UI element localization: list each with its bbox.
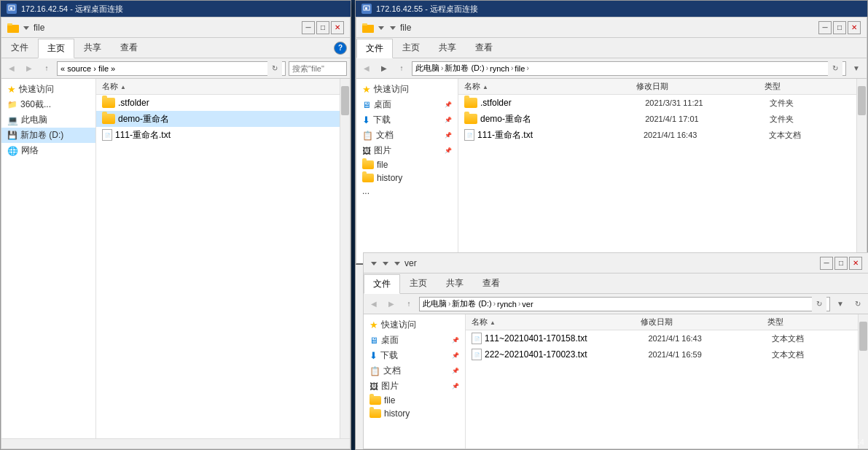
forward-button-file[interactable]: ▶: [377, 61, 391, 76]
title-controls-file[interactable]: ─ □ ✕: [818, 21, 861, 34]
back-button-1[interactable]: ◀: [4, 61, 19, 76]
sidebar-label-pc-1: 此电脑: [21, 114, 47, 126]
pin-icon-ver-3: [393, 259, 402, 268]
ribbon-tab-file-ver[interactable]: 文件: [364, 274, 400, 294]
back-button-ver[interactable]: ◀: [367, 297, 381, 311]
maximize-button-1[interactable]: □: [316, 21, 329, 34]
sidebar-item-quick-ver[interactable]: ★ 快速访问: [364, 317, 465, 333]
sidebar-item-drive-1[interactable]: 💾 新加卷 (D:): [1, 128, 95, 143]
search-input-1[interactable]: [289, 61, 347, 76]
sidebar-item-pic-file[interactable]: 🖼 图片 📌: [356, 143, 458, 158]
back-button-file[interactable]: ◀: [359, 61, 374, 76]
file-item-111-ver[interactable]: 📄 111~20210401-170158.txt 2021/4/1 16:43…: [466, 330, 858, 346]
scrollbar-1[interactable]: [340, 79, 350, 438]
sidebar-item-desktop-file[interactable]: 🖥 桌面 📌: [356, 97, 458, 112]
file-item-stfolder-1[interactable]: .stfolder: [96, 95, 340, 111]
expand-button-ver[interactable]: ▼: [833, 297, 848, 311]
minimize-button-1[interactable]: ─: [302, 21, 315, 34]
maximize-button-file[interactable]: □: [833, 21, 846, 34]
pin-icon-ver-1: [370, 259, 378, 268]
title-controls-1[interactable]: ─ □ ✕: [302, 21, 344, 34]
ribbon-tab-view-1[interactable]: 查看: [111, 38, 147, 58]
sidebar-item-pc-1[interactable]: 💻 此电脑: [1, 112, 95, 128]
sidebar-item-history-file[interactable]: history: [356, 171, 458, 185]
sidebar-item-download-ver[interactable]: ⬇ 下载 📌: [364, 348, 465, 363]
up-button-file[interactable]: ↑: [394, 61, 409, 76]
file-item-222-ver[interactable]: 📄 222~20210401-170023.txt 2021/4/1 16:59…: [466, 346, 858, 362]
file-item-demo-1[interactable]: demo-重命名: [96, 111, 340, 127]
maximize-button-ver[interactable]: □: [834, 257, 848, 270]
ribbon-tab-file-file[interactable]: 文件: [356, 39, 393, 58]
sidebar-item-history-ver[interactable]: history: [364, 407, 465, 420]
path-text-1: « source › file »: [60, 64, 115, 73]
col-header-date-file[interactable]: 修改日期: [636, 81, 765, 92]
sidebar-item-more-file[interactable]: ...: [356, 185, 458, 198]
svg-marker-21: [394, 262, 400, 265]
pic-icon-file: 🖼: [362, 146, 371, 156]
ribbon-tab-home-ver[interactable]: 主页: [400, 274, 437, 293]
address-path-file[interactable]: 此电脑 › 新加卷 (D:) › rynch › file › ↻: [412, 61, 846, 76]
sidebar-item-doc-ver[interactable]: 📋 文档 📌: [364, 363, 465, 379]
minimize-button-file[interactable]: ─: [818, 21, 832, 34]
sidebar-item-desktop-ver[interactable]: 🖥 桌面 📌: [364, 333, 465, 348]
col-header-name-ver[interactable]: 名称 ▲: [472, 317, 641, 327]
refresh-button-ver[interactable]: ↻: [812, 297, 826, 311]
file-name-stfolder-file: .stfolder: [480, 98, 642, 108]
file-item-111-file[interactable]: 📄 111-重命名.txt 2021/4/1 16:43 文本文档: [458, 127, 856, 143]
sidebar-item-network-1[interactable]: 🌐 网络: [1, 143, 95, 158]
sidebar-item-download-file[interactable]: ⬇ 下载 📌: [356, 112, 458, 128]
address-path-ver[interactable]: 此电脑 › 新加卷 (D:) › rynch › ver ↻: [419, 297, 830, 311]
explorer-titlebar-1: file ─ □ ✕: [1, 18, 350, 38]
file-type-111-ver: 文本文档: [772, 333, 852, 344]
hscrollbar-1[interactable]: [1, 438, 350, 449]
ribbon-tab-view-file[interactable]: 查看: [466, 38, 502, 58]
close-button-ver[interactable]: ✕: [849, 257, 862, 270]
file-item-demo-file[interactable]: demo-重命名 2021/4/1 17:01 文件夹: [458, 111, 856, 127]
sidebar-item-folder-file[interactable]: file: [356, 158, 458, 171]
expand2-button-ver[interactable]: ↻: [851, 297, 865, 311]
minimize-button-ver[interactable]: ─: [820, 257, 833, 270]
explorer-title-text-1: file: [34, 23, 44, 33]
expand-button-file[interactable]: ▼: [849, 61, 864, 76]
ribbon-tab-share-1[interactable]: 共享: [74, 38, 111, 58]
sidebar-item-doc-file[interactable]: 📋 文档 📌: [356, 128, 458, 143]
sidebar-item-pic-ver[interactable]: 🖼 图片 📌: [364, 379, 465, 394]
up-button-ver[interactable]: ↑: [402, 297, 416, 311]
file-item-stfolder-file[interactable]: .stfolder 2021/3/31 11:21 文件夹: [458, 95, 856, 111]
ribbon-tab-view-ver[interactable]: 查看: [473, 274, 509, 293]
file-name-222-ver: 222~20210401-170023.txt: [485, 349, 645, 360]
ribbon-tab-home-file[interactable]: 主页: [393, 38, 429, 58]
scrollbar-ver[interactable]: [858, 314, 868, 449]
pin-icon-pic-file: 📌: [445, 147, 452, 154]
file-item-111-1[interactable]: 📄 111-重命名.txt: [96, 127, 340, 143]
up-button-1[interactable]: ↑: [39, 61, 54, 76]
file-list-header-file: 名称 ▲ 修改日期 类型: [458, 79, 856, 95]
title-controls-ver[interactable]: ─ □ ✕: [820, 257, 862, 270]
folder-title-icon-file: [362, 23, 374, 33]
address-path-1[interactable]: « source › file » ↻: [57, 61, 286, 76]
sidebar-item-360-1[interactable]: 📁 360截...: [1, 97, 95, 112]
help-button-1[interactable]: ?: [334, 42, 347, 55]
refresh-button-file[interactable]: ↻: [828, 61, 842, 76]
col-header-name-file[interactable]: 名称 ▲: [464, 81, 636, 92]
ribbon-tab-share-ver[interactable]: 共享: [437, 274, 473, 293]
scrollbar-file[interactable]: [856, 79, 867, 263]
ribbon-tab-share-file[interactable]: 共享: [429, 38, 466, 58]
forward-button-1[interactable]: ▶: [22, 61, 36, 76]
close-button-1[interactable]: ✕: [331, 21, 344, 34]
col-header-type-ver[interactable]: 类型: [767, 317, 852, 327]
ribbon-tab-file-1[interactable]: 文件: [1, 38, 38, 58]
pin-icon-file: [377, 23, 386, 32]
close-button-file[interactable]: ✕: [848, 21, 861, 34]
file-list-file: 名称 ▲ 修改日期 类型 .stfolder 2021/3/31 11:21 文…: [458, 79, 856, 263]
sidebar-item-quick-access-1[interactable]: ★ 快速访问: [1, 82, 95, 97]
col-header-date-ver[interactable]: 修改日期: [641, 317, 767, 327]
txt-icon-111-1: 📄: [102, 129, 112, 141]
col-header-type-file[interactable]: 类型: [765, 81, 851, 92]
refresh-button-1[interactable]: ↻: [267, 61, 282, 76]
ribbon-tab-home-1[interactable]: 主页: [38, 39, 74, 58]
file-list-header-1: 名称 ▲: [96, 79, 340, 95]
sidebar-item-folder-ver[interactable]: file: [364, 394, 465, 407]
sidebar-item-quick-file[interactable]: ★ 快速访问: [356, 82, 458, 97]
forward-button-ver[interactable]: ▶: [384, 297, 399, 311]
